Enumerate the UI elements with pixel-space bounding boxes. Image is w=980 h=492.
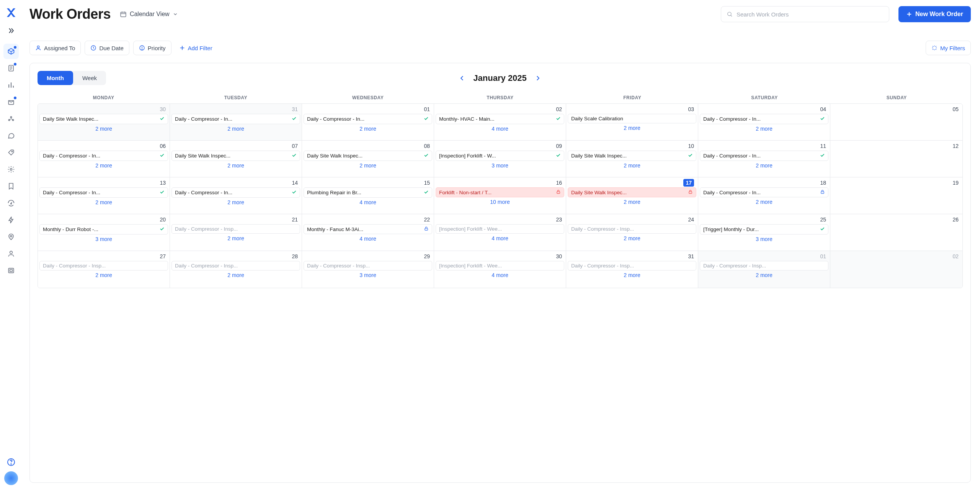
nav-messages[interactable]: [3, 128, 19, 143]
calendar-event[interactable]: Daily - Compressor - Insp...: [304, 261, 432, 271]
day-cell[interactable]: 02: [830, 251, 962, 288]
more-events-link[interactable]: 2 more: [700, 162, 828, 169]
calendar-event[interactable]: Daily - Compressor - Insp...: [568, 224, 696, 234]
day-cell[interactable]: 29Daily - Compressor - Insp...3 more: [302, 251, 434, 288]
calendar-event[interactable]: Monthly - Durr Robot -...: [39, 224, 168, 235]
next-month-button[interactable]: [534, 75, 541, 82]
more-events-link[interactable]: 2 more: [172, 125, 300, 132]
nav-assets[interactable]: [3, 263, 19, 278]
nav-automations[interactable]: [3, 212, 19, 228]
calendar-event[interactable]: Daily Site Walk Inspec...: [304, 151, 432, 161]
calendar-event[interactable]: Daily - Compressor - In...: [700, 187, 828, 197]
more-events-link[interactable]: 4 more: [436, 125, 564, 132]
calendar-event[interactable]: [Inspection] Forklift - W...: [436, 151, 564, 161]
calendar-event[interactable]: Daily Site Walk Inspec...: [568, 151, 696, 161]
nav-tags[interactable]: [3, 145, 19, 160]
day-cell[interactable]: 23[Inspection] Forklift - Wee...4 more: [434, 214, 566, 251]
day-cell[interactable]: 18Daily - Compressor - In...2 more: [698, 177, 830, 214]
day-cell[interactable]: 12: [830, 141, 962, 177]
calendar-event[interactable]: Daily - Compressor - Insp...: [172, 261, 300, 271]
more-events-link[interactable]: 2 more: [39, 198, 168, 205]
more-events-link[interactable]: 4 more: [436, 271, 564, 278]
day-cell[interactable]: 19: [830, 177, 962, 214]
more-events-link[interactable]: 2 more: [39, 125, 168, 132]
nav-locations[interactable]: [3, 229, 19, 244]
more-events-link[interactable]: 2 more: [568, 235, 696, 241]
calendar-event[interactable]: Daily - Compressor - In...: [700, 114, 828, 124]
calendar-event[interactable]: Forklift - Non-start / T...: [436, 187, 564, 197]
add-filter-button[interactable]: Add Filter: [175, 45, 216, 51]
calendar-event[interactable]: Daily - Compressor - In...: [172, 114, 300, 124]
nav-settings[interactable]: [3, 162, 19, 177]
calendar-event[interactable]: [Trigger] Monthly - Dur...: [700, 224, 828, 235]
day-cell[interactable]: 10Daily Site Walk Inspec...2 more: [566, 141, 698, 177]
filter-assigned-to[interactable]: Assigned To: [29, 41, 81, 55]
nav-reports[interactable]: [3, 77, 19, 93]
calendar-event[interactable]: Daily - Compressor - Insp...: [172, 224, 300, 234]
calendar-event[interactable]: Daily - Compressor - In...: [39, 151, 168, 161]
calendar-event[interactable]: Daily - Compressor - Insp...: [700, 261, 828, 271]
filter-priority[interactable]: Priority: [133, 41, 172, 55]
more-events-link[interactable]: 2 more: [172, 271, 300, 278]
new-work-order-button[interactable]: New Work Order: [898, 6, 971, 22]
calendar-event[interactable]: Daily - Compressor - In...: [39, 187, 168, 198]
day-cell[interactable]: 17Daily Site Walk Inspec...2 more: [566, 177, 698, 214]
day-cell[interactable]: 01Daily - Compressor - Insp...2 more: [698, 251, 830, 288]
calendar-event[interactable]: [Inspection] Forklift - Wee...: [436, 224, 564, 234]
nav-bookmarks[interactable]: [3, 179, 19, 194]
day-cell[interactable]: 31Daily - Compressor - Insp...2 more: [566, 251, 698, 288]
day-cell[interactable]: 27Daily - Compressor - Insp...2 more: [38, 251, 170, 288]
more-events-link[interactable]: 2 more: [304, 162, 432, 169]
day-cell[interactable]: 02Monthly- HVAC - Main...4 more: [434, 104, 566, 141]
day-cell[interactable]: 04Daily - Compressor - In...2 more: [698, 104, 830, 141]
day-cell[interactable]: 22Monthly - Fanuc M-3Ai...4 more: [302, 214, 434, 251]
my-filters-button[interactable]: My Filters: [926, 41, 971, 55]
more-events-link[interactable]: 2 more: [304, 125, 432, 132]
calendar-event[interactable]: Daily Site Walk Inspec...: [172, 151, 300, 161]
more-events-link[interactable]: 2 more: [568, 162, 696, 169]
nav-dashboard[interactable]: [3, 195, 19, 211]
calendar-event[interactable]: Monthly- HVAC - Main...: [436, 114, 564, 124]
nav-requests[interactable]: [3, 94, 19, 110]
day-cell[interactable]: 05: [830, 104, 962, 141]
more-events-link[interactable]: 2 more: [172, 162, 300, 169]
help-button[interactable]: [5, 456, 17, 468]
calendar-event[interactable]: Daily Site Walk Inspec...: [39, 114, 168, 124]
more-events-link[interactable]: 3 more: [436, 162, 564, 169]
expand-sidebar-button[interactable]: [5, 25, 17, 37]
day-cell[interactable]: 13Daily - Compressor - In...2 more: [38, 177, 170, 214]
more-events-link[interactable]: 2 more: [700, 271, 828, 278]
day-cell[interactable]: 24Daily - Compressor - Insp...2 more: [566, 214, 698, 251]
day-cell[interactable]: 09[Inspection] Forklift - W...3 more: [434, 141, 566, 177]
more-events-link[interactable]: 2 more: [172, 235, 300, 241]
day-cell[interactable]: 08Daily Site Walk Inspec...2 more: [302, 141, 434, 177]
search-box[interactable]: [721, 6, 889, 22]
calendar-event[interactable]: Daily - Compressor - Insp...: [39, 261, 168, 271]
day-cell[interactable]: 14Daily - Compressor - In...2 more: [170, 177, 302, 214]
day-cell[interactable]: 21Daily - Compressor - Insp...2 more: [170, 214, 302, 251]
day-cell[interactable]: 03Daily Scale Calibration2 more: [566, 104, 698, 141]
more-events-link[interactable]: 2 more: [568, 271, 696, 278]
more-events-link[interactable]: 3 more: [700, 235, 828, 242]
month-toggle[interactable]: Month: [38, 71, 73, 85]
more-events-link[interactable]: 2 more: [39, 162, 168, 169]
more-events-link[interactable]: 4 more: [304, 198, 432, 205]
more-events-link[interactable]: 3 more: [39, 235, 168, 242]
view-selector[interactable]: Calendar View: [120, 11, 178, 18]
week-toggle[interactable]: Week: [73, 71, 106, 85]
nav-team[interactable]: [3, 111, 19, 126]
more-events-link[interactable]: 2 more: [568, 198, 696, 205]
more-events-link[interactable]: 4 more: [436, 235, 564, 241]
calendar-event[interactable]: Daily - Compressor - Insp...: [568, 261, 696, 271]
more-events-link[interactable]: 10 more: [436, 198, 564, 205]
more-events-link[interactable]: 4 more: [304, 235, 432, 242]
calendar-event[interactable]: Daily - Compressor - In...: [172, 187, 300, 198]
search-input[interactable]: [737, 11, 884, 18]
day-cell[interactable]: 15Plumbing Repair in Br...4 more: [302, 177, 434, 214]
calendar-event[interactable]: Daily Scale Calibration: [568, 114, 696, 123]
day-cell[interactable]: 11Daily - Compressor - In...2 more: [698, 141, 830, 177]
more-events-link[interactable]: 2 more: [568, 124, 696, 131]
nav-people[interactable]: [3, 246, 19, 261]
calendar-event[interactable]: Daily - Compressor - In...: [304, 114, 432, 124]
more-events-link[interactable]: 2 more: [39, 271, 168, 278]
